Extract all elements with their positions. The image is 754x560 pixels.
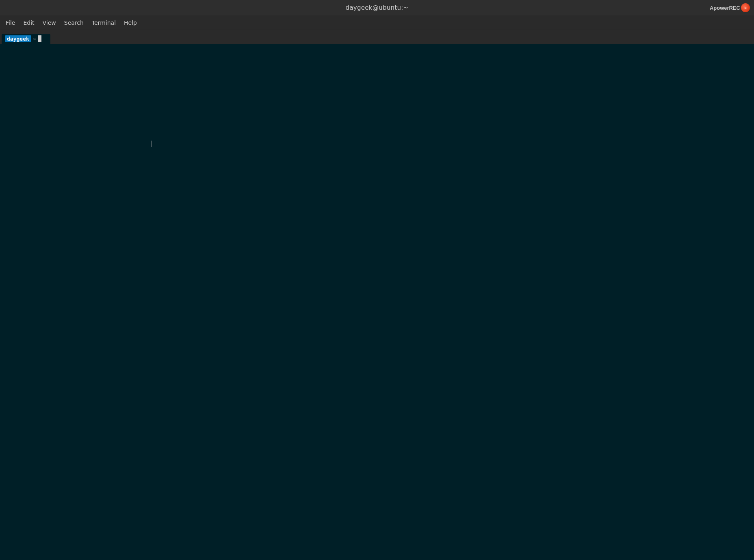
tab-username: daygeek — [5, 35, 31, 42]
menu-item-edit[interactable]: Edit — [19, 18, 38, 28]
apowerrec-label: ApowerREC — [710, 5, 740, 11]
tab-tilde: ~ — [33, 36, 36, 42]
apowerrec-badge: ApowerREC ✕ — [710, 3, 750, 12]
menu-bar: File Edit View Search Terminal Help — [0, 15, 754, 30]
terminal-tab[interactable]: daygeek ~ — [2, 34, 50, 44]
terminal-window: daygeek@ubuntu:~ ApowerREC ✕ File Edit V… — [0, 0, 754, 560]
menu-item-search[interactable]: Search — [60, 18, 88, 28]
menu-item-file[interactable]: File — [2, 18, 19, 28]
menu-item-terminal[interactable]: Terminal — [88, 18, 120, 28]
title-bar: daygeek@ubuntu:~ ApowerREC ✕ — [0, 0, 754, 15]
menu-item-help[interactable]: Help — [120, 18, 141, 28]
tab-bar: daygeek ~ — [0, 30, 754, 44]
tab-cursor-block — [38, 35, 41, 42]
text-cursor — [151, 141, 152, 147]
apowerrec-icon: ✕ — [741, 3, 750, 12]
terminal-content[interactable] — [0, 44, 754, 560]
menu-item-view[interactable]: View — [39, 18, 60, 28]
window-title: daygeek@ubuntu:~ — [345, 4, 408, 11]
